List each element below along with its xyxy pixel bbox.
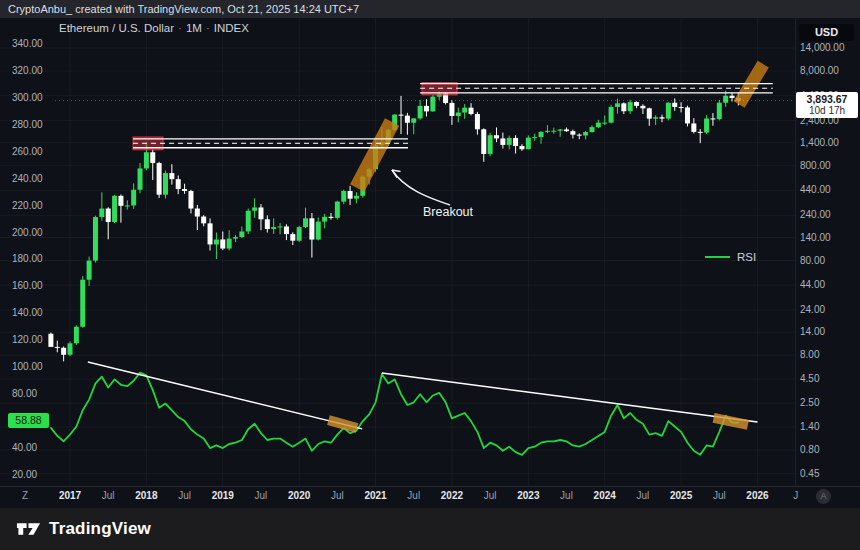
time-axis-label: J xyxy=(776,490,816,502)
time-axis-label: 2018 xyxy=(126,490,166,502)
exchange-label[interactable]: INDEX xyxy=(214,22,249,34)
rsi-value-badge: 58.88 xyxy=(8,413,49,428)
rsi-axis-label: 200.00 xyxy=(12,227,43,239)
time-axis-label: 2020 xyxy=(279,490,319,502)
time-axis-label: Jul xyxy=(88,490,128,502)
time-axis-label: 2024 xyxy=(585,490,625,502)
last-price-value: 3,893.67 xyxy=(796,93,858,105)
time-axis-label: 2023 xyxy=(508,490,548,502)
rsi-axis-label: 240.00 xyxy=(12,173,43,185)
time-axis-label: 2025 xyxy=(661,490,701,502)
price-axis-label: 1,400.00 xyxy=(800,137,839,149)
rsi-axis-label: 40.00 xyxy=(12,442,37,454)
time-axis-label: 2019 xyxy=(203,490,243,502)
price-axis-label: 8.00 xyxy=(800,349,819,361)
price-axis-label: 80.00 xyxy=(800,255,825,267)
time-axis-label: Jul xyxy=(470,490,510,502)
price-axis-label: 140.00 xyxy=(800,232,831,244)
price-axis-label: 240.00 xyxy=(800,209,831,221)
price-axis-label: 14,000.00 xyxy=(800,42,845,54)
currency-button[interactable]: USD xyxy=(799,24,854,41)
price-axis-label: 8,000.00 xyxy=(800,65,839,77)
rsi-axis-label: 120.00 xyxy=(12,334,43,346)
price-axis-label: 2.50 xyxy=(800,397,819,409)
time-axis-label: Jul xyxy=(699,490,739,502)
separator-dot: · xyxy=(206,22,210,34)
rsi-axis-label: 20.00 xyxy=(12,469,37,481)
rsi-axis-label: 180.00 xyxy=(12,253,43,265)
price-axis-label: 24.00 xyxy=(800,304,825,316)
price-axis-label: 0.45 xyxy=(800,468,819,480)
time-axis-label: Jul xyxy=(547,490,587,502)
rsi-axis-label: 220.00 xyxy=(12,200,43,212)
price-axis-label: 14.00 xyxy=(800,326,825,338)
rsi-axis-label: 340.00 xyxy=(12,38,43,50)
rsi-axis-label: 260.00 xyxy=(12,146,43,158)
tradingview-wordmark: TradingView xyxy=(49,519,151,539)
breakout-annotation-text[interactable]: Breakout xyxy=(412,205,484,219)
tradingview-logo-icon xyxy=(16,520,41,538)
separator-dot: · xyxy=(178,22,182,34)
rsi-legend[interactable]: RSI xyxy=(705,251,756,263)
symbol-name[interactable]: Ethereum / U.S. Dollar xyxy=(59,22,174,34)
rsi-axis-label: 100.00 xyxy=(12,361,43,373)
price-axis-label: 1.40 xyxy=(800,421,819,433)
price-axis-label: 44.00 xyxy=(800,279,825,291)
time-axis-label: Jul xyxy=(317,490,357,502)
attribution-bar: CryptoAnbu_ created with TradingView.com… xyxy=(0,0,860,18)
time-axis-label: Jul xyxy=(623,490,663,502)
price-axis-label: 800.00 xyxy=(800,160,831,172)
time-axis-label: 2017 xyxy=(50,490,90,502)
price-axis-label: 440.00 xyxy=(800,184,831,196)
price-axis-divider xyxy=(795,18,796,486)
time-axis-label: Jul xyxy=(165,490,205,502)
symbol-title-row[interactable]: Ethereum / U.S. Dollar·1M·INDEX xyxy=(59,22,259,34)
chart-canvas[interactable] xyxy=(0,0,860,550)
interval-label[interactable]: 1M xyxy=(186,22,202,34)
price-countdown-badge: 3,893.67 10d 17h xyxy=(796,92,858,118)
attribution-text: CryptoAnbu_ created with TradingView.com… xyxy=(8,3,359,15)
rsi-axis-label: 320.00 xyxy=(12,65,43,77)
price-axis-label: 0.80 xyxy=(800,444,819,456)
rsi-axis-label: 160.00 xyxy=(12,280,43,292)
rsi-legend-label: RSI xyxy=(737,251,756,263)
rsi-axis-label: 280.00 xyxy=(12,119,43,131)
rsi-axis-label: 140.00 xyxy=(12,307,43,319)
tradingview-snapshot: CryptoAnbu_ created with TradingView.com… xyxy=(0,0,860,550)
time-axis-divider xyxy=(0,486,860,487)
price-axis-label: 4.50 xyxy=(800,373,819,385)
tradingview-footer: TradingView xyxy=(0,508,860,550)
timezone-label[interactable]: Z xyxy=(22,490,28,502)
time-axis-label: 2022 xyxy=(432,490,472,502)
rsi-axis-label: 300.00 xyxy=(12,92,43,104)
time-axis-label: 2021 xyxy=(356,490,396,502)
rsi-line-sample-icon xyxy=(705,256,730,258)
time-axis-label: Jul xyxy=(241,490,281,502)
rsi-axis-label: 80.00 xyxy=(12,388,37,400)
time-axis-label: Jul xyxy=(394,490,434,502)
auto-scale-button[interactable]: A xyxy=(816,489,831,504)
time-axis-label: 2026 xyxy=(737,490,777,502)
candle-countdown: 10d 17h xyxy=(796,105,858,116)
